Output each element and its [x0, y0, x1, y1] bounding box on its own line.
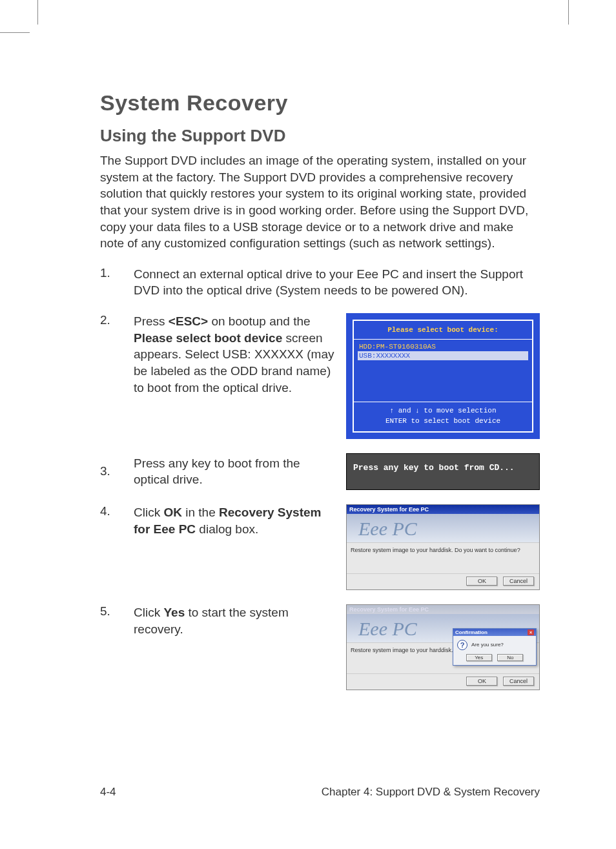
text: dialog box.	[196, 522, 258, 536]
page-number: 4-4	[100, 786, 116, 799]
confirmation-text: Are you sure?	[471, 642, 504, 648]
intro-paragraph: The Support DVD includes an image of the…	[100, 152, 540, 252]
boot-option-hdd[interactable]: HDD:PM-ST9160310AS	[358, 342, 528, 351]
eee-pc-logo: Eee PC	[358, 618, 417, 640]
page-title: System Recovery	[100, 90, 540, 116]
recovery-dialog-buttons: OK Cancel	[347, 573, 539, 589]
confirmation-titlebar: Confirmation ×	[453, 629, 536, 636]
esc-key: <ESC>	[169, 314, 208, 328]
page-content: System Recovery Using the Support DVD Th…	[0, 0, 616, 690]
boot-device-dialog: Please select boot device: HDD:PM-ST9160…	[346, 313, 540, 439]
step-number: 2.	[100, 313, 134, 327]
chapter-label: Chapter 4: Support DVD & System Recovery	[322, 786, 540, 799]
cancel-button[interactable]: Cancel	[503, 677, 534, 686]
step-number: 3.	[100, 464, 134, 478]
step-text: Click Yes to start the system recovery.	[134, 604, 344, 637]
close-icon[interactable]: ×	[528, 629, 534, 635]
cancel-button[interactable]: Cancel	[503, 577, 534, 586]
recovery-dialog-buttons: OK Cancel	[347, 673, 539, 690]
recovery-dialog: Recovery System for Eee PC Eee PC Restor…	[346, 504, 540, 590]
boot-device-label: Please select boot device	[134, 331, 282, 345]
step-5: 5. Click Yes to start the system recover…	[100, 604, 540, 690]
confirmation-dialog: Confirmation × ? Are you sure? Yes No	[453, 628, 537, 666]
step-number: 1.	[100, 266, 134, 280]
step-text: Press any key to boot from the optical d…	[134, 455, 344, 488]
section-subtitle: Using the Support DVD	[100, 126, 540, 146]
press-key-figure: Press any key to boot from CD...	[346, 453, 540, 490]
boot-option-usb[interactable]: USB:XXXXXXXX	[358, 351, 528, 360]
confirmation-title-text: Confirmation	[455, 629, 488, 635]
step-4: 4. Click OK in the Recovery System for E…	[100, 504, 540, 590]
step-text: Connect an external optical drive to you…	[134, 266, 540, 299]
step-1: 1. Connect an external optical drive to …	[100, 266, 540, 299]
boot-dialog-footer: ↑ and ↓ to move selection ENTER to selec…	[354, 402, 532, 431]
eee-pc-logo: Eee PC	[358, 518, 417, 540]
confirmation-dialog-figure: Recovery System for Eee PC Eee PC Restor…	[346, 604, 540, 690]
recovery-dialog-titlebar: Recovery System for Eee PC	[347, 505, 539, 514]
ok-button[interactable]: OK	[466, 677, 497, 686]
no-button[interactable]: No	[497, 654, 523, 661]
step-text: Click OK in the Recovery System for Eee …	[134, 504, 344, 537]
boot-dialog-header: Please select boot device:	[354, 321, 532, 340]
confirmation-body: ? Are you sure?	[453, 636, 536, 654]
step-text: Press <ESC> on bootup and the Please sel…	[134, 313, 344, 396]
text: Press	[134, 314, 169, 328]
boot-device-dialog-figure: Please select boot device: HDD:PM-ST9160…	[346, 313, 540, 439]
page-footer: 4-4 Chapter 4: Support DVD & System Reco…	[100, 786, 540, 799]
boot-hint-arrows: ↑ and ↓ to move selection	[354, 406, 532, 416]
text: on bootup and the	[208, 314, 310, 328]
boot-hint-enter: ENTER to select boot device	[354, 416, 532, 426]
text: in the	[182, 506, 219, 519]
yes-label: Yes	[163, 606, 185, 619]
text: Click	[134, 606, 163, 619]
question-icon: ?	[457, 640, 467, 650]
press-any-key-prompt[interactable]: Press any key to boot from CD...	[346, 453, 540, 490]
step-number: 4.	[100, 504, 134, 518]
step-3: 3. Press any key to boot from the optica…	[100, 453, 540, 490]
recovery-dialog-bg: Recovery System for Eee PC Eee PC Restor…	[346, 604, 540, 690]
yes-button[interactable]: Yes	[466, 654, 492, 661]
recovery-dialog-titlebar-inactive: Recovery System for Eee PC	[347, 605, 539, 614]
text: Click	[134, 506, 163, 519]
confirmation-buttons: Yes No	[453, 654, 536, 665]
step-2: 2. Press <ESC> on bootup and the Please …	[100, 313, 540, 439]
recovery-dialog-banner: Eee PC	[347, 514, 539, 542]
ok-button[interactable]: OK	[466, 577, 497, 586]
recovery-dialog-body: Restore system image to your harddisk. D…	[347, 542, 539, 573]
recovery-dialog-figure: Recovery System for Eee PC Eee PC Restor…	[346, 504, 540, 590]
ok-label: OK	[163, 506, 182, 519]
step-number: 5.	[100, 604, 134, 619]
